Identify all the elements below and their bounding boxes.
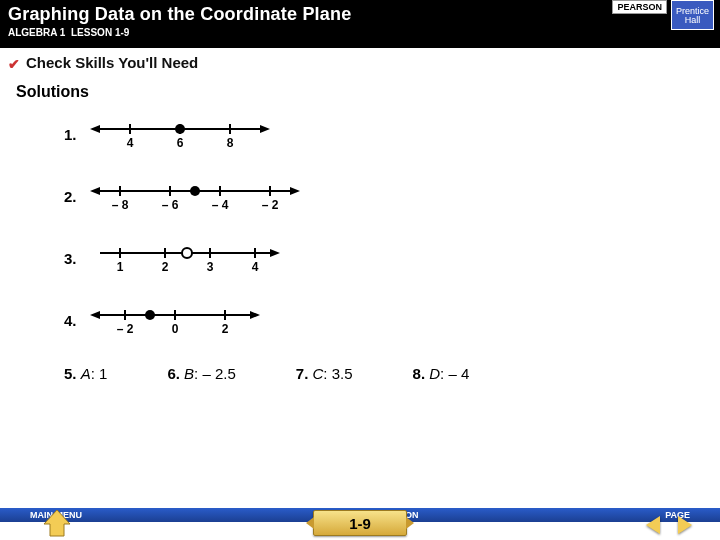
answer-var: C — [313, 365, 324, 382]
tick-label: 6 — [177, 136, 184, 150]
number-line-row: 4. – 2 0 2 — [64, 303, 690, 337]
next-page-button[interactable] — [678, 516, 692, 534]
svg-marker-8 — [90, 187, 100, 195]
tick-label: – 8 — [112, 198, 129, 212]
svg-point-21 — [182, 248, 192, 258]
answer-var: A — [81, 365, 91, 382]
answer-val: – 4 — [448, 365, 469, 382]
tick-label: 4 — [127, 136, 134, 150]
course-lesson: ALGEBRA 1 LESSON 1-9 — [8, 27, 351, 38]
svg-marker-29 — [44, 510, 70, 536]
svg-point-28 — [145, 310, 155, 320]
number-line-4: – 2 0 2 — [90, 303, 260, 337]
lesson-badge[interactable]: 1-9 — [313, 510, 407, 536]
publisher-logo: PEARSON Prentice Hall — [612, 0, 714, 30]
answer-5: 5. A: 1 — [64, 365, 107, 382]
answer-6: 6. B: – 2.5 — [167, 365, 235, 382]
tick-label: 0 — [172, 322, 179, 336]
svg-marker-9 — [290, 187, 300, 195]
prev-page-button[interactable] — [646, 516, 660, 534]
svg-point-6 — [175, 124, 185, 134]
tick-label: – 2 — [117, 322, 134, 336]
svg-point-14 — [190, 186, 200, 196]
item-number: 4. — [64, 312, 90, 329]
number-line-row: 1. 4 6 8 — [64, 117, 690, 151]
answer-num: 7. — [296, 365, 309, 382]
svg-marker-2 — [260, 125, 270, 133]
page-arrows — [646, 516, 692, 534]
footer: MAIN MENU LESSON PAGE 1-9 — [0, 500, 720, 540]
svg-marker-16 — [270, 249, 280, 257]
answer-val: 1 — [99, 365, 107, 382]
answers-row: 5. A: 1 6. B: – 2.5 7. C: 3.5 8. D: – 4 — [64, 365, 690, 382]
answer-7: 7. C: 3.5 — [296, 365, 353, 382]
header-bar: Graphing Data on the Coordinate Plane AL… — [0, 0, 720, 48]
prentice-line2: Hall — [676, 16, 709, 25]
tick-label: 1 — [117, 260, 124, 274]
tick-label: 2 — [222, 322, 229, 336]
up-arrow-button[interactable] — [40, 508, 74, 538]
item-number: 3. — [64, 250, 90, 267]
course-code: ALGEBRA 1 — [8, 27, 65, 38]
tick-label: 8 — [227, 136, 234, 150]
number-line-2: – 8 – 6 – 4 – 2 — [90, 179, 300, 213]
item-number: 2. — [64, 188, 90, 205]
tick-label: – 4 — [212, 198, 229, 212]
item-number: 1. — [64, 126, 90, 143]
tick-label: – 2 — [262, 198, 279, 212]
check-label: Check Skills You'll Need — [26, 54, 198, 71]
tick-label: 3 — [207, 260, 214, 274]
svg-marker-24 — [250, 311, 260, 319]
check-skills-row: ✔ Check Skills You'll Need — [0, 48, 720, 77]
tick-label: 2 — [162, 260, 169, 274]
footer-main-menu[interactable]: MAIN MENU — [0, 510, 200, 520]
lesson-code: LESSON 1-9 — [71, 27, 129, 38]
answer-num: 5. — [64, 365, 77, 382]
answer-num: 8. — [413, 365, 426, 382]
svg-marker-23 — [90, 311, 100, 319]
content-area: 1. 4 6 8 2. – 8 – 6 – 4 — [0, 103, 720, 382]
tick-label: 4 — [252, 260, 259, 274]
answer-8: 8. D: – 4 — [413, 365, 470, 382]
svg-marker-1 — [90, 125, 100, 133]
number-line-1: 4 6 8 — [90, 117, 270, 151]
number-line-row: 2. – 8 – 6 – 4 – 2 — [64, 179, 690, 213]
answer-var: D — [429, 365, 440, 382]
answer-num: 6. — [167, 365, 180, 382]
prentice-badge: Prentice Hall — [671, 0, 714, 30]
pearson-badge: PEARSON — [612, 0, 667, 14]
answer-val: 3.5 — [332, 365, 353, 382]
answer-val: – 2.5 — [202, 365, 235, 382]
lesson-badge-text: 1-9 — [349, 515, 371, 532]
page-title: Graphing Data on the Coordinate Plane — [8, 4, 351, 25]
tick-label: – 6 — [162, 198, 179, 212]
answer-var: B — [184, 365, 194, 382]
check-icon: ✔ — [8, 56, 22, 70]
number-line-row: 3. 1 2 3 4 — [64, 241, 690, 275]
solutions-heading: Solutions — [0, 77, 720, 103]
number-line-3: 1 2 3 4 — [90, 241, 280, 275]
